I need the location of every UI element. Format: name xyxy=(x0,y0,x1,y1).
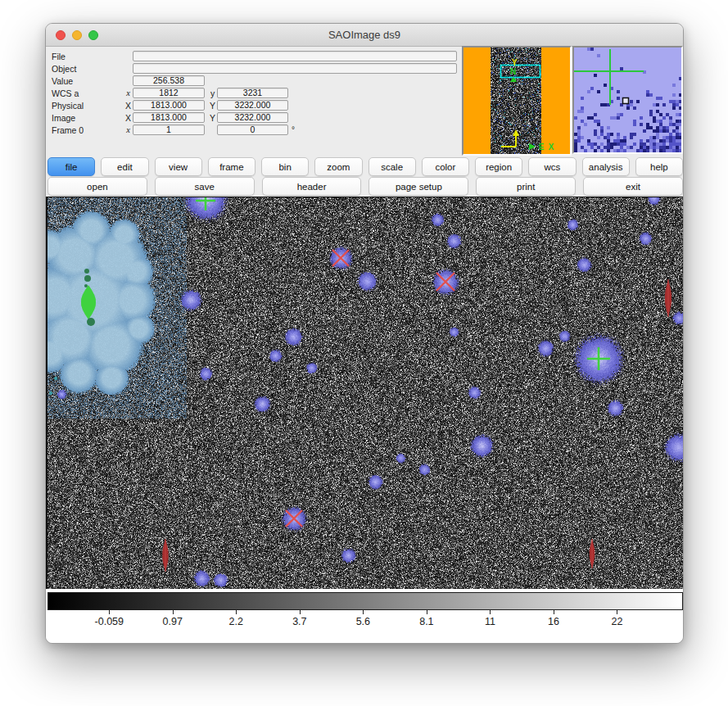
info-panel: File Object Value 256.538 WCS a x 1812 y… xyxy=(46,47,459,158)
menu-button-region[interactable]: region xyxy=(475,157,522,176)
menu-button-help[interactable]: help xyxy=(635,157,683,176)
colorbar-tick-label: -0.059 xyxy=(95,616,124,627)
image-row: Image X 1813.000 Y 3232.000 xyxy=(52,112,459,123)
file-bar: opensaveheaderpage setupprintexit xyxy=(47,177,683,195)
panner-canvas[interactable] xyxy=(463,48,570,154)
colorbar-tick-label: 3.7 xyxy=(292,616,306,627)
frame-x-label: x xyxy=(124,125,133,134)
frame-x-field[interactable]: 1 xyxy=(133,124,205,135)
menu-button-wcs[interactable]: wcs xyxy=(528,157,576,176)
colorbar-tick xyxy=(173,610,174,614)
colorbar-tick xyxy=(554,610,554,614)
value-row: Value 256.538 xyxy=(52,75,459,86)
image-y-field[interactable]: 3232.000 xyxy=(217,112,288,123)
file-button-header[interactable]: header xyxy=(262,177,362,196)
wcs-y-label: y xyxy=(208,88,217,98)
physical-row: Physical X 1813.000 Y 3232.000 xyxy=(52,100,459,111)
frame-angle-field[interactable]: 0 xyxy=(217,124,288,135)
colorbar-tick-label: 8.1 xyxy=(419,616,433,627)
magnifier-canvas[interactable] xyxy=(574,48,681,152)
window-title: SAOImage ds9 xyxy=(46,29,683,41)
object-row: Object xyxy=(52,63,459,74)
menu-button-analysis[interactable]: analysis xyxy=(582,157,630,176)
file-label: File xyxy=(52,52,124,61)
menu-button-file[interactable]: file xyxy=(47,157,95,176)
colorbar-tick xyxy=(109,610,110,614)
frame-label: Frame 0 xyxy=(52,125,124,135)
colorbar-area: -0.0590.972.23.75.68.1111622 xyxy=(46,589,684,644)
object-label: Object xyxy=(52,64,124,74)
image-x-label: X xyxy=(124,113,133,123)
menu-button-bin[interactable]: bin xyxy=(261,157,309,176)
wcs-row: WCS a x 1812 y 3231 xyxy=(52,88,459,98)
image-area xyxy=(46,197,684,590)
colorbar[interactable] xyxy=(47,592,683,610)
colorbar-tick-label: 0.97 xyxy=(163,616,183,627)
file-field[interactable] xyxy=(133,51,457,61)
menu-bar: fileeditviewframebinzoomscalecolorregion… xyxy=(47,157,683,175)
colorbar-tick-label: 16 xyxy=(548,616,559,627)
file-row: File xyxy=(52,51,459,61)
colorbar-tick xyxy=(363,610,364,614)
ds9-window: SAOImage ds9 File Object Value 256.538 W… xyxy=(45,23,684,644)
colorbar-tick-label: 11 xyxy=(485,616,495,627)
degree-symbol: ° xyxy=(292,125,295,134)
physical-y-field[interactable]: 3232.000 xyxy=(217,100,288,111)
colorbar-tick-label: 22 xyxy=(611,616,622,627)
menu-button-color[interactable]: color xyxy=(422,157,469,176)
panner[interactable] xyxy=(462,46,572,156)
titlebar[interactable]: SAOImage ds9 xyxy=(46,24,683,47)
value-field[interactable]: 256.538 xyxy=(133,75,205,86)
object-field[interactable] xyxy=(133,63,457,74)
wcs-y-field[interactable]: 3231 xyxy=(217,88,288,98)
physical-y-label: Y xyxy=(208,101,217,111)
file-button-save[interactable]: save xyxy=(155,177,255,196)
magnifier[interactable] xyxy=(572,46,683,154)
file-button-page-setup[interactable]: page setup xyxy=(369,177,468,196)
colorbar-tick xyxy=(427,610,427,614)
colorbar-tick-label: 2.2 xyxy=(229,616,243,627)
value-label: Value xyxy=(52,76,124,86)
file-button-exit[interactable]: exit xyxy=(583,177,683,196)
colorbar-tick xyxy=(236,610,237,614)
menu-button-view[interactable]: view xyxy=(155,157,202,176)
colorbar-tick xyxy=(300,610,301,614)
image-label: Image xyxy=(52,113,124,123)
colorbar-tick xyxy=(490,610,491,614)
physical-x-field[interactable]: 1813.000 xyxy=(133,100,205,111)
physical-x-label: X xyxy=(124,101,133,111)
wcs-label: WCS a xyxy=(52,88,124,98)
image-y-label: Y xyxy=(208,113,217,123)
file-button-open[interactable]: open xyxy=(47,177,147,196)
image-x-field[interactable]: 1813.000 xyxy=(133,112,205,123)
physical-label: Physical xyxy=(52,101,124,111)
image-canvas[interactable] xyxy=(47,197,683,589)
wcs-x-label: x xyxy=(124,88,133,97)
menu-button-frame[interactable]: frame xyxy=(208,157,255,176)
menu-button-edit[interactable]: edit xyxy=(101,157,148,176)
colorbar-tick-label: 5.6 xyxy=(356,616,370,627)
file-button-print[interactable]: print xyxy=(476,177,576,196)
menu-button-zoom[interactable]: zoom xyxy=(314,157,362,176)
colorbar-tick xyxy=(617,610,617,614)
wcs-x-field[interactable]: 1812 xyxy=(133,88,205,98)
frame-row: Frame 0 x 1 0 ° xyxy=(52,124,459,135)
menu-button-scale[interactable]: scale xyxy=(369,157,416,176)
